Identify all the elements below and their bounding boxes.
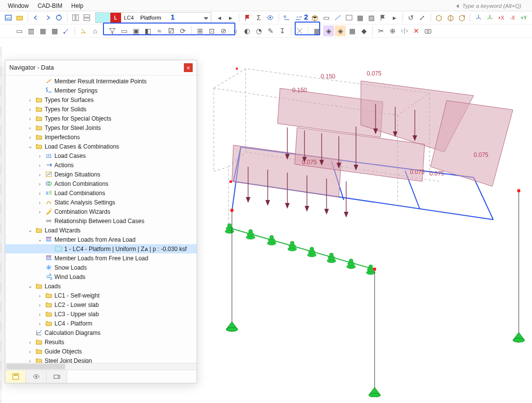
caret-right-icon[interactable]: ›	[27, 125, 33, 131]
tb-btn-cut[interactable]	[294, 25, 305, 36]
tree-item[interactable]: ›Design Situations	[5, 170, 197, 179]
tree-item[interactable]: ·1 - LC4 - Platform | Uniform | Zᴀ | p :…	[5, 244, 197, 253]
tb-btn-generic[interactable]: ▭	[119, 25, 129, 36]
tree-item[interactable]: ›LC1 - Self-weight	[5, 291, 197, 300]
tree-item[interactable]: ›Types for Steel Joints	[5, 123, 197, 132]
tree-item[interactable]: ·Calculation Diagrams	[5, 328, 197, 337]
caret-down-icon[interactable]: ⌄	[27, 227, 33, 233]
caret-right-icon[interactable]: ›	[37, 302, 43, 308]
tb-btn-generic[interactable]: ⊡	[206, 25, 217, 36]
caret-right-icon[interactable]: ›	[27, 134, 33, 140]
loadcase-selector[interactable]: L LC4 Platform	[95, 12, 211, 23]
caret-right-icon[interactable]: ›	[37, 200, 43, 205]
caret-right-icon[interactable]: ›	[37, 153, 43, 159]
tb-btn-generic[interactable]: ↺	[406, 12, 416, 23]
tb-btn-generic[interactable]: ⊕	[387, 25, 398, 36]
tb-btn-mirror[interactable]	[399, 25, 410, 36]
menu-window[interactable]: Window	[8, 2, 29, 9]
tb-btn-sigma[interactable]: Σ	[253, 12, 264, 23]
tree-item[interactable]: ·Snow Loads	[5, 263, 197, 272]
tb-btn-redo[interactable]	[42, 12, 52, 23]
tree-item[interactable]: ·Member Loads from Free Line Load	[5, 253, 197, 263]
menu-help[interactable]: Help	[71, 2, 83, 9]
tb-btn-generic[interactable]	[332, 12, 343, 23]
tb-btn-generic[interactable]: ⟳	[177, 25, 188, 36]
tb-btn-generic[interactable]: ▦	[355, 12, 365, 23]
tb-btn-del-red[interactable]: ✕	[411, 25, 422, 36]
tb-btn-generic[interactable]	[82, 12, 92, 23]
tb-btn-generic[interactable]	[344, 12, 354, 23]
tb-btn-generic[interactable]	[78, 25, 89, 36]
tb-btn-dice[interactable]: ⚂	[166, 25, 177, 36]
tree-item[interactable]: ›Results	[5, 337, 197, 347]
tb-btn-flag-red[interactable]	[242, 12, 253, 23]
tb-btn-prev[interactable]: ◂	[214, 12, 225, 23]
tb-btn-generic[interactable]: ○	[230, 25, 241, 36]
tb-btn-generic[interactable]: ▣	[130, 25, 141, 36]
caret-right-icon[interactable]: ›	[37, 321, 43, 327]
tree-item[interactable]: ⌄Member Loads from Area Load	[5, 235, 197, 244]
tb-btn-generic[interactable]: ◆	[358, 25, 369, 36]
tree-item[interactable]: ·Member Result Intermediate Points	[5, 76, 197, 86]
tree-item[interactable]: ›LC2 - Lower slab	[5, 300, 197, 309]
tree-item[interactable]: ·Wind Loads	[5, 272, 197, 281]
tb-btn-generic[interactable]: ▨	[366, 12, 377, 23]
caret-right-icon[interactable]: ›	[27, 358, 33, 363]
tb-btn-generic[interactable]: ◐	[242, 25, 253, 36]
caret-down-icon[interactable]: ⌄	[27, 143, 33, 150]
caret-right-icon[interactable]: ›	[27, 106, 33, 112]
navigator-tab-media[interactable]	[47, 370, 67, 383]
tb-btn-cube[interactable]	[310, 12, 320, 23]
tree-item[interactable]: ›Load Combinations	[5, 188, 197, 198]
caret-right-icon[interactable]: ›	[27, 97, 33, 103]
tree-item[interactable]: ›Imperfections	[5, 132, 197, 142]
tree-item[interactable]: ⌄Load Cases & Combinations	[5, 142, 197, 151]
tb-btn-dim-b[interactable]: x.xx	[293, 12, 304, 23]
tree-item[interactable]: ·Member Springs	[5, 86, 197, 95]
caret-right-icon[interactable]: ›	[37, 162, 43, 168]
tb-btn-cube-del[interactable]	[456, 12, 467, 23]
caret-right-icon[interactable]: ›	[37, 209, 43, 215]
tb-btn-cube3[interactable]	[445, 12, 456, 23]
caret-right-icon[interactable]: ›	[37, 172, 43, 177]
tb-btn-generic[interactable]: ⊞	[195, 25, 205, 36]
caret-right-icon[interactable]: ›	[37, 293, 43, 299]
caret-right-icon[interactable]: ›	[27, 116, 33, 122]
tree-item[interactable]: ⌄Loads	[5, 281, 197, 291]
caret-right-icon[interactable]: ›	[37, 190, 43, 196]
keyword-search[interactable]: Type a keyword (Alt+Q)	[453, 2, 524, 10]
caret-down-icon[interactable]: ⌄	[37, 236, 43, 243]
tb-btn-open[interactable]	[14, 12, 25, 23]
tb-btn-brush[interactable]: ✎	[265, 25, 276, 36]
tb-btn-flag2[interactable]	[378, 12, 388, 23]
lc-name-select[interactable]: Platform	[137, 13, 211, 23]
tb-btn-generic[interactable]: ▭	[321, 12, 331, 23]
tb-btn-generic[interactable]: ≈	[154, 25, 165, 36]
tree-item[interactable]: ›LC4 - Platform	[5, 319, 197, 328]
tree-item[interactable]: ›Guide Objects	[5, 347, 197, 356]
tree-item[interactable]: ›Actions	[5, 160, 197, 170]
tb-btn-generic[interactable]: ↧	[277, 25, 288, 36]
navigator-tree[interactable]: ·Member Result Intermediate Points·Membe…	[5, 76, 197, 363]
tb-btn-generic[interactable]: ▦	[347, 25, 357, 36]
tree-item[interactable]: ·Relationship Between Load Cases	[5, 216, 197, 226]
tb-btn-camera[interactable]	[423, 25, 433, 36]
menu-cadbim[interactable]: CAD-BIM	[38, 2, 63, 9]
tb-btn-generic[interactable]: ⌂	[90, 25, 101, 36]
3d-viewport[interactable]: 0.150 0.075 0.150 0.075 0.075 0.075 0.07…	[199, 54, 532, 397]
navigator-close[interactable]: ×	[184, 63, 193, 72]
tb-btn-cube2[interactable]	[434, 12, 444, 23]
tb-btn-generic[interactable]: ▥	[25, 25, 36, 36]
caret-down-icon[interactable]: ⌄	[27, 283, 33, 289]
caret-right-icon[interactable]: ›	[37, 311, 43, 317]
tree-item[interactable]: ›Action Combinations	[5, 179, 197, 188]
caret-right-icon[interactable]: ›	[27, 349, 33, 354]
tb-btn-generic[interactable]: ▸	[389, 12, 400, 23]
tb-btn-grid[interactable]: ▦	[311, 25, 322, 36]
tb-btn-generic[interactable]	[71, 12, 81, 23]
tb-btn-axis2[interactable]	[484, 12, 495, 23]
tb-btn-generic[interactable]: ▭	[14, 25, 25, 36]
tb-btn-source[interactable]: src	[3, 12, 13, 23]
tree-item[interactable]: ⌄Load Wizards	[5, 226, 197, 235]
tb-btn-generic[interactable]: ⤢	[417, 12, 428, 23]
